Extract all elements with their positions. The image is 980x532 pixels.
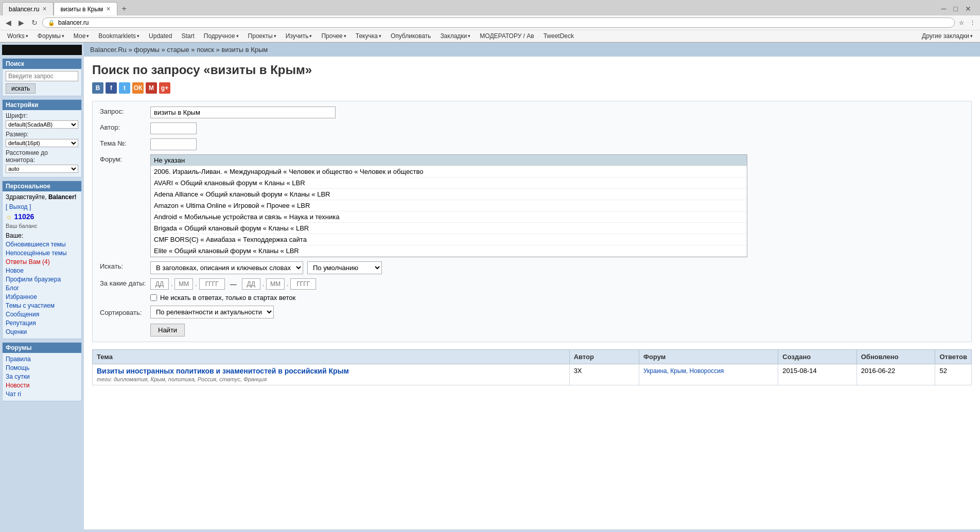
logout-link[interactable]: [ Выход ] bbox=[6, 203, 31, 210]
bookmark-podruchnoe[interactable]: Подручное▾ bbox=[200, 31, 243, 41]
social-mr-button[interactable]: М bbox=[146, 82, 157, 94]
tab-close-icon[interactable]: ✕ bbox=[42, 6, 47, 12]
date-from-yyyy[interactable] bbox=[199, 278, 225, 290]
link-new[interactable]: Новое bbox=[6, 267, 24, 274]
bookmark-other[interactable]: Прочее▾ bbox=[317, 31, 350, 41]
minimize-button[interactable]: ─ bbox=[939, 4, 949, 14]
social-tw-button[interactable]: t bbox=[119, 82, 130, 94]
close-window-button[interactable]: ✕ bbox=[962, 4, 974, 14]
new-tab-button[interactable]: + bbox=[117, 2, 130, 15]
social-ok-button[interactable]: ОК bbox=[132, 82, 144, 94]
date-to-yyyy[interactable] bbox=[290, 278, 316, 290]
address-bar: 🔒 bbox=[42, 17, 955, 28]
tab-balancer[interactable]: balancer.ru ✕ bbox=[2, 2, 54, 15]
forum-link-rules[interactable]: Правила bbox=[6, 356, 31, 363]
social-fb-button[interactable]: f bbox=[106, 82, 117, 94]
date-to-mm[interactable] bbox=[266, 278, 285, 290]
author-input[interactable] bbox=[150, 122, 197, 134]
forum-list-item-0[interactable]: Не указан bbox=[151, 155, 747, 166]
link-answers[interactable]: Ответы Вам (4) bbox=[6, 258, 50, 265]
link-blog[interactable]: Блог bbox=[6, 285, 19, 292]
back-button[interactable]: ◀ bbox=[3, 17, 14, 28]
social-icons: В f t ОК М g+ bbox=[92, 82, 972, 94]
forum-link-news[interactable]: Новости bbox=[6, 382, 29, 389]
forum-list-item-3[interactable]: Adena Alliance « Общий клановый форум « … bbox=[151, 189, 747, 200]
sort-row: Сортировать: По релевантности и актуальн… bbox=[100, 306, 964, 318]
result-created-cell: 2015-08-14 bbox=[778, 364, 856, 385]
date-from-dd[interactable] bbox=[150, 278, 169, 290]
bookmark-tekuchka[interactable]: Текучка▾ bbox=[352, 31, 386, 41]
link-browser-profiles[interactable]: Профили браузера bbox=[6, 276, 61, 283]
bookmark-moe[interactable]: Мое▾ bbox=[69, 31, 93, 41]
size-select[interactable]: default(16pt) bbox=[6, 139, 78, 147]
date-from-mm[interactable] bbox=[174, 278, 193, 290]
bookmark-works[interactable]: Works▾ bbox=[3, 31, 32, 41]
author-label: Автор: bbox=[100, 122, 146, 131]
menu-icon[interactable]: ⋮ bbox=[968, 18, 977, 27]
topic-input[interactable] bbox=[150, 138, 197, 150]
link-topics-with-participation[interactable]: Темы с участием bbox=[6, 302, 55, 309]
bookmark-publish[interactable]: Опубликовать bbox=[387, 31, 435, 41]
search-in-label: Искать: bbox=[100, 261, 146, 270]
star-icon[interactable]: ☆ bbox=[957, 18, 966, 27]
yours-label: Ваше: bbox=[6, 232, 78, 239]
sidebar-search-button[interactable]: искать bbox=[6, 83, 36, 94]
search-form: Запрос: Автор: Тема №: Форум: bbox=[92, 101, 972, 342]
forum-link-daily[interactable]: За сутки bbox=[6, 373, 30, 380]
link-messages[interactable]: Сообщения bbox=[6, 311, 39, 318]
bookmark-start[interactable]: Start bbox=[177, 31, 198, 41]
reload-button[interactable]: ↻ bbox=[29, 17, 40, 28]
date-to-dd[interactable] bbox=[242, 278, 260, 290]
forum-list-item-6[interactable]: Brigada « Общий клановый форум « Кланы «… bbox=[151, 223, 747, 234]
bookmark-forums[interactable]: Форумы▾ bbox=[33, 31, 68, 41]
find-button[interactable]: Найти bbox=[150, 324, 185, 336]
bookmark-other-bookmarks[interactable]: Другие закладки▾ bbox=[918, 31, 977, 41]
tab-close-icon-2[interactable]: ✕ bbox=[106, 6, 111, 12]
greeting: Здравствуйте, Balancer! bbox=[6, 193, 78, 201]
forum-listbox[interactable]: Не указан 2006. Израиль-Ливан. « Междуна… bbox=[150, 154, 747, 257]
distance-select[interactable]: auto bbox=[6, 165, 78, 173]
breadcrumb: Balancer.Ru » форумы » старые » поиск » … bbox=[84, 43, 980, 57]
sidebar-settings-section: Настройки Шрифт: default(ScadaAB) Размер… bbox=[2, 99, 82, 178]
address-input[interactable] bbox=[58, 19, 949, 26]
result-tags: теги: дипломатия, Крым, политика, Россия… bbox=[97, 376, 565, 382]
forward-button[interactable]: ▶ bbox=[16, 17, 27, 28]
link-ratings[interactable]: Оценки bbox=[6, 328, 27, 335]
forum-list-item-5[interactable]: Android « Мобильные устройства и связь «… bbox=[151, 211, 747, 223]
search-in-select[interactable]: В заголовках, описания и ключевых словах… bbox=[150, 261, 303, 274]
tab-vizyty[interactable]: визиты в Крым ✕ bbox=[54, 2, 117, 15]
forum-list-item-2[interactable]: AVARI « Общий клановый форум « Кланы « L… bbox=[151, 178, 747, 189]
bookmark-updated[interactable]: Updated bbox=[145, 31, 176, 41]
no-answers-label: Не искать в ответах, только в стартах ве… bbox=[160, 294, 295, 302]
social-vk-button[interactable]: В bbox=[92, 82, 103, 94]
forum-link-chat[interactable]: Чат ri bbox=[6, 391, 21, 398]
sidebar-search-input[interactable] bbox=[6, 71, 78, 81]
link-updated-topics[interactable]: Обновившиеся темы bbox=[6, 241, 66, 248]
bookmark-learn[interactable]: Изучить▾ bbox=[282, 31, 317, 41]
forum-list-item-8[interactable]: Elite « Общий клановый форум « Кланы « L… bbox=[151, 245, 747, 257]
link-unvisited-topics[interactable]: Непосещённые темы bbox=[6, 250, 67, 257]
result-forum-link[interactable]: Украина, Крым, Новороссия bbox=[643, 367, 724, 375]
forum-link-help[interactable]: Помощь bbox=[6, 364, 29, 371]
result-forum-cell: Украина, Крым, Новороссия bbox=[639, 364, 778, 385]
font-select[interactable]: default(ScadaAB) bbox=[6, 120, 78, 129]
link-favorites[interactable]: Избранное bbox=[6, 293, 37, 300]
maximize-button[interactable]: □ bbox=[951, 4, 960, 14]
result-title-link[interactable]: Визиты иностранных политиков и знаменито… bbox=[97, 367, 349, 375]
no-answers-checkbox[interactable] bbox=[150, 294, 157, 301]
personal-links-list: Обновившиеся темы Непосещённые темы Отве… bbox=[6, 240, 78, 335]
forum-list-item-9[interactable]: English news « Форумы Авиабазы bbox=[151, 257, 747, 257]
sort-select[interactable]: По релевантности и актуальностиПо датеПо… bbox=[150, 306, 274, 318]
forum-list-item-7[interactable]: CMF BORS(C) « Авиабаза « Техподдержка са… bbox=[151, 234, 747, 245]
bookmark-tweetdeck[interactable]: TweetDeck bbox=[539, 31, 578, 41]
bookmark-moderator[interactable]: МОДЕРАТОРУ / Ав bbox=[476, 31, 538, 41]
bookmark-bookmarks[interactable]: Закладки▾ bbox=[436, 31, 475, 41]
forum-list-item-4[interactable]: Amazon « Ultima Online « Игровой « Проче… bbox=[151, 200, 747, 211]
bookmark-bookmarklets[interactable]: Bookmarklets▾ bbox=[94, 31, 144, 41]
social-gp-button[interactable]: g+ bbox=[159, 82, 170, 94]
link-reputation[interactable]: Репутация bbox=[6, 320, 36, 327]
query-input[interactable] bbox=[150, 107, 336, 118]
sort-in-select[interactable]: По умолчаниюПо датеПо релевантности bbox=[307, 261, 382, 274]
bookmark-projects[interactable]: Проекты▾ bbox=[244, 31, 281, 41]
forum-list-item-1[interactable]: 2006. Израиль-Ливан. « Международный « Ч… bbox=[151, 166, 747, 178]
